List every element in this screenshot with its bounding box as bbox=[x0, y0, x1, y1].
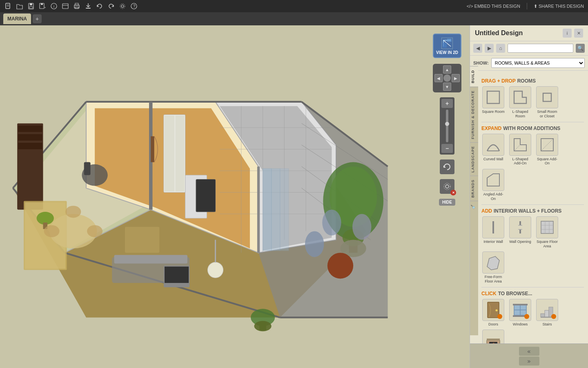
l-shaped-room-item[interactable]: L-Shaped Room bbox=[508, 86, 532, 119]
zoom-in-btn[interactable]: + bbox=[441, 99, 453, 108]
floorplan-svg bbox=[0, 25, 470, 368]
svg-rect-72 bbox=[125, 227, 159, 253]
svg-rect-96 bbox=[443, 43, 447, 47]
canvas[interactable]: VIEW IN 2D ▲ ▼ ◀ ▶ + − bbox=[0, 25, 470, 368]
settings-btn[interactable]: ✕ bbox=[440, 179, 454, 194]
nav-left-btn[interactable]: ◀ bbox=[434, 74, 443, 82]
svg-line-106 bbox=[541, 139, 553, 151]
redo-icon[interactable] bbox=[107, 2, 115, 10]
tab-landscape[interactable]: LANDSCAPE bbox=[470, 142, 478, 176]
sep2 bbox=[481, 204, 584, 205]
windows-item[interactable]: Windows bbox=[508, 299, 532, 326]
rotate-btn[interactable] bbox=[440, 159, 454, 174]
tab-search-icon[interactable]: 🔍 bbox=[470, 201, 478, 213]
embed-btn[interactable]: </> EMBED THIS DESIGN bbox=[467, 4, 520, 9]
add-tab-btn[interactable]: + bbox=[33, 14, 42, 23]
history-icon[interactable] bbox=[61, 2, 69, 10]
interior-wall-item[interactable]: Interior Wall bbox=[481, 216, 505, 249]
section-drag-drop-header: DRAG + DROP ROOMS bbox=[481, 78, 584, 84]
share-btn[interactable]: ⬆ SHARE THIS DESIGN bbox=[534, 4, 584, 9]
info-panel-btn[interactable]: i bbox=[563, 29, 572, 38]
angled-addon-item[interactable]: Angled Add-On bbox=[481, 169, 505, 201]
curved-wall-item[interactable]: Curved Wall bbox=[481, 134, 505, 166]
svg-rect-132 bbox=[487, 339, 500, 341]
nav-right-btn[interactable]: ▶ bbox=[452, 74, 460, 82]
windows-label: Windows bbox=[513, 322, 528, 326]
interior-wall-label: Interior Wall bbox=[483, 240, 503, 244]
svg-rect-131 bbox=[489, 342, 497, 343]
svg-rect-92 bbox=[151, 136, 154, 162]
svg-rect-69 bbox=[175, 116, 184, 192]
open-file-icon[interactable] bbox=[16, 2, 24, 10]
svg-text:+: + bbox=[44, 6, 46, 9]
l-shaped-addon-item[interactable]: L-Shaped Add-On bbox=[508, 134, 532, 166]
square-floor-icon bbox=[536, 216, 558, 238]
svg-point-17 bbox=[121, 5, 124, 7]
settings-icon[interactable] bbox=[118, 2, 127, 10]
svg-rect-101 bbox=[543, 93, 551, 101]
sep1 bbox=[481, 122, 584, 122]
curved-wall-icon bbox=[482, 134, 504, 156]
undo-icon[interactable] bbox=[96, 2, 104, 10]
svg-rect-66 bbox=[196, 180, 215, 212]
back-btn[interactable]: ◀ bbox=[473, 44, 482, 53]
svg-rect-126 bbox=[541, 314, 545, 317]
view-2d-button[interactable]: VIEW IN 2D bbox=[433, 34, 461, 58]
browse-keyword: CLICK bbox=[481, 291, 497, 296]
doors-item[interactable]: Doors bbox=[481, 299, 505, 326]
svg-point-98 bbox=[444, 183, 450, 190]
svg-rect-127 bbox=[545, 310, 549, 317]
svg-point-64 bbox=[65, 206, 81, 218]
print-icon[interactable] bbox=[73, 2, 81, 10]
small-room-item[interactable]: Small Room or Closet bbox=[535, 86, 559, 119]
interior-wall-icon bbox=[482, 216, 504, 238]
search-input[interactable] bbox=[508, 44, 573, 53]
square-addon-item[interactable]: Square Add-On bbox=[535, 134, 559, 166]
section-browse-header: CLICK TO BROWSE... bbox=[481, 291, 584, 296]
new-file-icon[interactable] bbox=[4, 2, 12, 10]
freeform-floor-item[interactable]: Free-Form Floor Area bbox=[481, 251, 505, 284]
panel-header-icons: i ✕ bbox=[563, 29, 583, 38]
l-shaped-room-icon bbox=[509, 86, 531, 108]
tab-furnish[interactable]: FURNISH & DECORATE bbox=[470, 87, 478, 142]
save-as-icon[interactable]: + bbox=[38, 2, 47, 10]
panel-collapse-up-btn[interactable]: « bbox=[519, 347, 539, 356]
square-room-item[interactable]: Square Room bbox=[481, 86, 505, 119]
l-shaped-room-label: L-Shaped Room bbox=[508, 110, 532, 119]
tab-brands[interactable]: BRANDS bbox=[470, 176, 478, 201]
forward-btn[interactable]: ▶ bbox=[485, 44, 494, 53]
tab-build[interactable]: BUILD bbox=[470, 66, 478, 87]
expand-rest: WITH ROOM ADDITIONS bbox=[503, 126, 560, 131]
stairs-item[interactable]: Stairs bbox=[535, 299, 559, 326]
svg-rect-16 bbox=[86, 8, 91, 9]
help-icon[interactable]: ? bbox=[130, 2, 138, 10]
wall-opening-item[interactable]: Wall Opening bbox=[508, 216, 532, 249]
drag-drop-grid: Square Room L-Shaped Room Small Room or … bbox=[481, 86, 584, 119]
svg-marker-100 bbox=[514, 91, 526, 103]
zoom-slider[interactable] bbox=[446, 110, 448, 142]
nav-down-btn[interactable]: ▼ bbox=[443, 83, 451, 91]
svg-point-87 bbox=[352, 214, 371, 240]
view-controls: VIEW IN 2D ▲ ▼ ◀ ▶ + − bbox=[433, 34, 461, 206]
browse-grid: Doors Windows bbox=[481, 299, 584, 343]
search-btn[interactable]: 🔍 bbox=[576, 44, 585, 53]
doors-icon bbox=[482, 299, 504, 321]
tab-marina[interactable]: MARINA bbox=[3, 13, 31, 24]
nav-up-btn[interactable]: ▲ bbox=[443, 65, 451, 74]
export-icon[interactable] bbox=[84, 2, 92, 10]
save-icon[interactable] bbox=[27, 2, 35, 10]
panel-collapse-down-btn[interactable]: » bbox=[519, 357, 539, 366]
info-icon[interactable]: i bbox=[50, 2, 58, 10]
topbar-left: + i ? bbox=[4, 2, 138, 10]
svg-rect-53 bbox=[18, 134, 42, 141]
fireplaces-icon bbox=[482, 330, 504, 343]
wall-opening-label: Wall Opening bbox=[509, 240, 531, 244]
home-btn[interactable]: ⌂ bbox=[496, 44, 505, 53]
curved-wall-label: Curved Wall bbox=[483, 157, 503, 162]
close-panel-btn[interactable]: ✕ bbox=[574, 29, 583, 38]
hide-btn[interactable]: HIDE bbox=[439, 199, 455, 206]
zoom-out-btn[interactable]: − bbox=[441, 144, 453, 153]
square-floor-item[interactable]: Square Floor Area bbox=[535, 216, 559, 249]
fireplaces-item[interactable]: Fireplaces bbox=[481, 330, 505, 343]
show-dropdown[interactable]: ROOMS, WALLS & AREAS bbox=[491, 58, 585, 68]
